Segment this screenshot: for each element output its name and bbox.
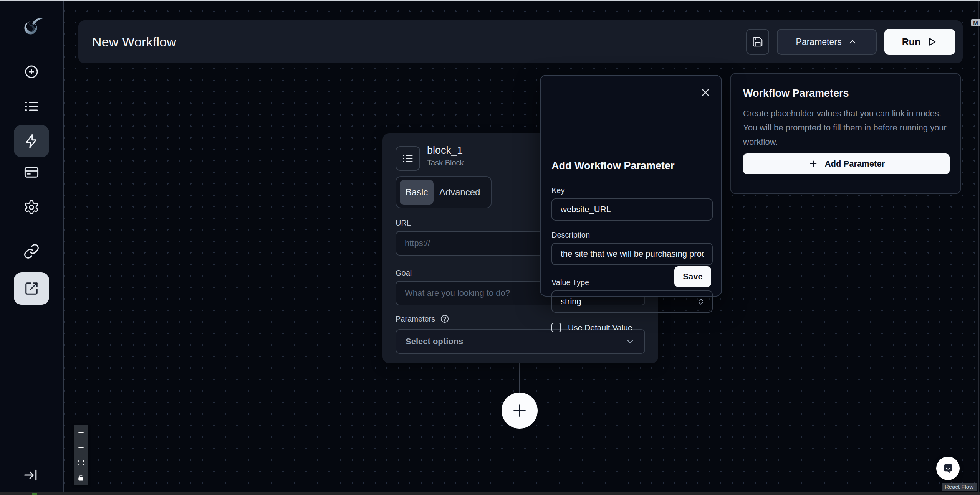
sidebar-item-settings[interactable] [23, 199, 40, 215]
use-default-checkbox[interactable] [551, 323, 561, 332]
use-default-row: Use Default Value [551, 323, 632, 332]
parameters-select-value: Select options [406, 337, 463, 346]
external-link-icon [24, 281, 39, 296]
node-icon-tile [396, 146, 420, 171]
lock-icon [78, 474, 84, 481]
window-bottom-edge [0, 492, 980, 495]
arrow-right-to-line-icon [22, 467, 39, 483]
window-artifact: M [971, 19, 980, 26]
node-subtitle: Task Block [427, 158, 464, 167]
value-type-select[interactable]: string [551, 290, 713, 313]
parameters-label: Parameters [396, 315, 435, 323]
react-flow-attribution[interactable]: React Flow [942, 483, 977, 491]
description-input[interactable] [551, 243, 713, 265]
run-button[interactable]: Run [884, 29, 955, 55]
zoom-in-icon [77, 429, 85, 436]
chevron-up-icon [848, 37, 858, 47]
scrollbar-track[interactable] [978, 1, 979, 493]
zoom-out-icon [77, 444, 85, 451]
help-circle-icon[interactable] [440, 314, 450, 324]
chevrons-up-down-icon [697, 297, 705, 306]
list-icon [402, 153, 414, 164]
zoom-in-button[interactable] [74, 425, 88, 440]
chevron-down-icon [625, 337, 635, 346]
canvas-controls [74, 425, 88, 485]
url-label: URL [396, 219, 411, 228]
key-input[interactable] [551, 198, 713, 221]
sidebar [0, 0, 64, 495]
dragon-logo-icon [19, 15, 44, 41]
tab-basic[interactable]: Basic [400, 180, 434, 205]
sidebar-expand-button[interactable] [22, 467, 39, 483]
plus-circle-icon [24, 64, 39, 79]
sidebar-item-external[interactable] [14, 272, 49, 305]
save-button[interactable] [746, 29, 769, 55]
chat-launcher-button[interactable] [936, 457, 960, 480]
sidebar-item-workflows[interactable] [14, 125, 49, 157]
fit-view-icon [78, 459, 85, 466]
add-parameter-modal: Add Workflow Parameter Key Description V… [540, 75, 722, 297]
sidebar-item-integrations[interactable] [23, 243, 40, 259]
node-title: block_1 [427, 145, 463, 157]
modal-save-button[interactable]: Save [674, 266, 711, 287]
panel-title: Workflow Parameters [743, 87, 948, 99]
close-icon [700, 87, 711, 98]
run-button-label: Run [902, 36, 921, 48]
window-top-edge [0, 0, 980, 1]
workflow-header: New Workflow Parameters Run [78, 20, 963, 63]
sidebar-divider [14, 231, 49, 231]
goal-label: Goal [396, 269, 412, 277]
add-parameter-button[interactable]: Add Parameter [743, 153, 950, 174]
save-icon [752, 36, 763, 48]
value-type-label: Value Type [551, 278, 589, 287]
link-icon [23, 243, 40, 259]
node-edge [519, 363, 520, 393]
skyvern-logo [19, 15, 44, 41]
description-label: Description [551, 231, 590, 239]
sidebar-item-create[interactable] [24, 64, 39, 79]
use-default-label: Use Default Value [568, 323, 632, 332]
panel-description: Create placeholder values that you can l… [743, 106, 952, 149]
sidebar-item-billing[interactable] [23, 164, 40, 180]
fit-view-button[interactable] [74, 455, 88, 470]
lock-button[interactable] [74, 470, 88, 485]
sidebar-item-runs[interactable] [24, 99, 39, 114]
lightning-icon [24, 134, 39, 149]
parameters-toggle-button[interactable]: Parameters [777, 29, 877, 55]
gear-icon [23, 199, 40, 215]
add-node-button[interactable] [502, 393, 538, 429]
dock-indicator [32, 493, 37, 495]
key-label: Key [551, 186, 564, 195]
credit-card-icon [23, 164, 40, 180]
parameters-select[interactable]: Select options [396, 329, 645, 354]
workflow-parameters-panel: Workflow Parameters Create placeholder v… [730, 73, 961, 194]
tab-advanced[interactable]: Advanced [435, 180, 484, 205]
page-title: New Workflow [92, 35, 176, 50]
add-parameter-label: Add Parameter [825, 159, 885, 169]
parameters-label-row: Parameters [396, 314, 450, 324]
modal-title: Add Workflow Parameter [551, 160, 675, 172]
value-type-value: string [561, 297, 581, 307]
close-button[interactable] [700, 86, 712, 99]
header-actions: Parameters Run [746, 20, 955, 63]
list-icon [24, 99, 39, 114]
play-icon [927, 36, 937, 47]
plus-icon [510, 401, 529, 420]
node-tabs: Basic Advanced [396, 176, 492, 208]
parameters-button-label: Parameters [796, 37, 842, 47]
zoom-out-button[interactable] [74, 440, 88, 455]
plus-icon [808, 158, 819, 169]
workflow-builder-app: New Workflow Parameters Run [0, 0, 980, 495]
chat-bubble-icon [942, 462, 954, 475]
